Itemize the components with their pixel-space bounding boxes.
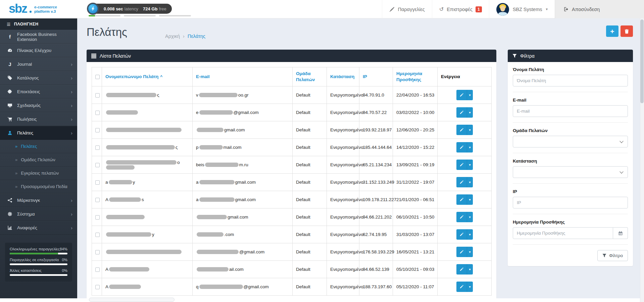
returns-link[interactable]: ↺ Επιστροφές 1 <box>432 0 489 18</box>
delete-customer-button[interactable] <box>621 25 633 37</box>
breadcrumb-current[interactable]: Πελάτης <box>188 34 205 39</box>
sidebar-item-journal[interactable]: J Journal › <box>0 57 77 71</box>
sidebar-item-design[interactable]: Σχεδιασμός › <box>0 99 77 112</box>
sidebar-subitem-custom-fields[interactable]: » Προσαρμοσμένα Πεδία <box>0 180 77 193</box>
edit-button[interactable] <box>456 90 467 100</box>
returns-badge: 1 <box>476 6 482 12</box>
row-dropdown-button[interactable]: ▾ <box>467 90 473 100</box>
customers-icon <box>7 130 13 135</box>
row-checkbox[interactable] <box>95 285 100 289</box>
logo[interactable]: sbz e-commerce platform v.3 <box>9 2 57 15</box>
row-dropdown-button[interactable]: ▾ <box>467 125 473 135</box>
sidebar-subitem-customers[interactable]: » Πελάτες <box>0 140 77 153</box>
redacted-email <box>197 250 239 254</box>
stat-other-statuses: Άλλες καταστάσεις0% <box>10 268 67 276</box>
redacted-name <box>109 285 141 289</box>
row-dropdown-button[interactable]: ▾ <box>467 264 473 275</box>
edit-button[interactable] <box>456 247 467 257</box>
sort-ip-column[interactable]: IP <box>363 74 367 79</box>
edit-button[interactable] <box>456 142 467 153</box>
submenu-arrow-icon: » <box>15 157 17 162</box>
row-checkbox[interactable] <box>95 198 100 202</box>
latency-label: latency <box>125 6 138 11</box>
edit-button[interactable] <box>456 107 467 118</box>
filter-status-select[interactable] <box>513 166 628 178</box>
submenu-arrow-icon: » <box>15 184 17 189</box>
row-checkbox[interactable] <box>95 93 100 98</box>
horizontal-scrollbar[interactable] <box>89 298 175 302</box>
sidebar-item-catalog[interactable]: Κατάλογος › <box>0 71 77 85</box>
row-checkbox[interactable] <box>95 215 100 220</box>
row-dropdown-button[interactable]: ▾ <box>467 194 473 205</box>
chevron-right-icon: › <box>71 61 72 67</box>
edit-button[interactable] <box>456 282 467 292</box>
sidebar-item-customers[interactable]: Πελάτες › <box>0 126 77 140</box>
row-checkbox[interactable] <box>95 145 100 150</box>
redacted-name <box>106 93 156 97</box>
edit-button[interactable] <box>456 160 467 170</box>
calendar-button[interactable] <box>613 227 628 239</box>
select-all-checkbox[interactable] <box>95 75 100 79</box>
row-dropdown-button[interactable]: ▾ <box>467 212 473 222</box>
dashboard-icon <box>7 48 13 53</box>
row-checkbox[interactable] <box>95 267 100 272</box>
sidebar-nav: f Facebook Business Extension Πίνακας Ελ… <box>0 30 77 235</box>
row-checkbox[interactable] <box>95 111 100 115</box>
add-customer-button[interactable]: + <box>606 25 618 37</box>
edit-button[interactable] <box>456 264 467 275</box>
row-dropdown-button[interactable]: ▾ <box>467 142 473 153</box>
sidebar-submenu-customers: » Πελάτες » Ομάδες Πελατών » Εγκρίσεις π… <box>0 140 77 193</box>
row-checkbox[interactable] <box>95 128 100 132</box>
row-checkbox[interactable] <box>95 180 100 185</box>
sidebar-item-sales[interactable]: Πωλήσεις › <box>0 112 77 126</box>
edit-button[interactable] <box>456 194 467 205</box>
edit-button[interactable] <box>456 125 467 135</box>
filter-name-input[interactable] <box>513 75 628 86</box>
redacted-name <box>109 197 141 202</box>
row-dropdown-button[interactable]: ▾ <box>467 107 473 118</box>
sidebar-item-reports[interactable]: Αναφορές › <box>0 221 77 235</box>
orders-link[interactable]: Παραγγελίες <box>382 0 432 18</box>
edit-button[interactable] <box>456 212 467 222</box>
sidebar-subitem-customer-groups[interactable]: » Ομάδες Πελατών <box>0 153 77 167</box>
row-dropdown-button[interactable]: ▾ <box>467 229 473 240</box>
divider <box>513 244 628 245</box>
table-row: A q@gmail.com DefaultΕνεργοποιημένο188.7… <box>92 278 492 296</box>
scrollbar-thumb[interactable] <box>640 19 644 103</box>
sort-name-column[interactable]: Ονοματεπώνυμο Πελάτη^ <box>105 74 162 79</box>
edit-split-button: ▾ <box>456 282 473 292</box>
row-dropdown-button[interactable]: ▾ <box>467 177 473 187</box>
user-menu[interactable]: SBZ Systems ▾ <box>489 0 555 18</box>
vertical-scrollbar[interactable] <box>640 0 644 302</box>
sidebar-subitem-customer-approvals[interactable]: » Εγκρίσεις πελατών <box>0 167 77 180</box>
row-dropdown-button[interactable]: ▾ <box>467 160 473 170</box>
row-dropdown-button[interactable]: ▾ <box>467 247 473 257</box>
sidebar-item-system[interactable]: Σύστημα › <box>0 207 77 221</box>
edit-button[interactable] <box>456 229 467 240</box>
edit-button[interactable] <box>456 177 467 187</box>
apply-filter-button[interactable]: Φίλτρο <box>597 250 628 261</box>
filter-ip-input[interactable] <box>513 197 628 208</box>
sidebar-item-facebook-business-extension[interactable]: f Facebook Business Extension <box>0 30 77 44</box>
sort-email-column[interactable]: E-mail <box>196 74 210 79</box>
sort-group-column[interactable]: Ομάδα Πελατών <box>296 71 315 82</box>
filter-email-input[interactable] <box>513 105 628 117</box>
row-checkbox[interactable] <box>95 250 100 254</box>
row-checkbox[interactable] <box>95 163 100 167</box>
sidebar-item-extensions[interactable]: Επεκτάσεις › <box>0 85 77 99</box>
sidebar-item-marketing[interactable]: Μάρκετινγκ › <box>0 193 77 207</box>
customer-list-panel: Λίστα Πελατών Ονοματεπώνυμο Πελάτη^ E-ma… <box>87 50 496 301</box>
breadcrumb-home[interactable]: Αρχική <box>165 34 180 39</box>
sort-status-column[interactable]: Κατάσταση <box>330 74 354 79</box>
lightning-icon <box>87 3 99 15</box>
logout-button[interactable]: Αποσύνδεση <box>555 0 644 18</box>
row-checkbox[interactable] <box>95 233 100 237</box>
sort-date-column[interactable]: Ημερομηνία Προσθήκης <box>396 71 422 82</box>
disk-free-value: 724 Gb <box>143 6 157 11</box>
redacted-name <box>106 165 135 170</box>
row-dropdown-button[interactable]: ▾ <box>467 282 473 292</box>
filter-date-input[interactable] <box>513 227 613 239</box>
redacted-email <box>199 197 235 202</box>
sidebar-item-dashboard[interactable]: Πίνακας Ελέγχου <box>0 44 77 57</box>
filter-group-select[interactable] <box>513 136 628 147</box>
